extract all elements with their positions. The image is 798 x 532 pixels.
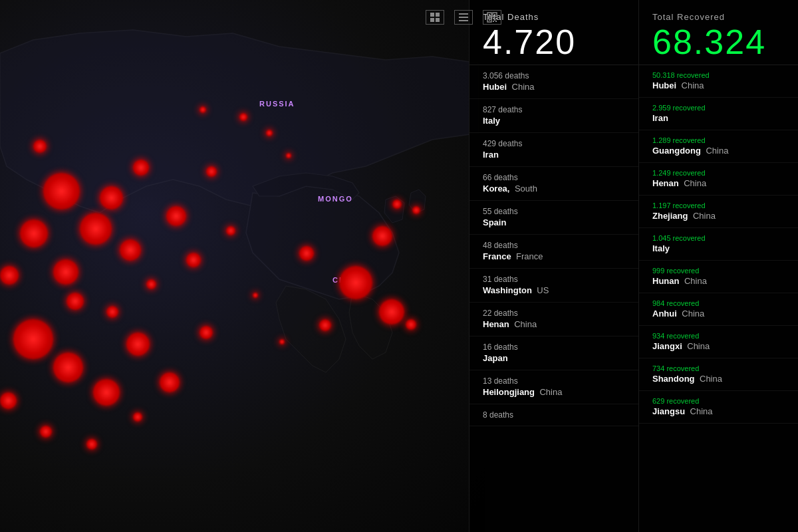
recovered-count: 1.289 recovered xyxy=(652,136,785,144)
death-location: France France xyxy=(483,250,625,262)
svg-rect-5 xyxy=(436,18,440,22)
recovered-location: Hubei China xyxy=(652,79,785,91)
recovered-list-item: 1.289 recovered Guangdong China xyxy=(639,130,798,163)
svg-rect-15 xyxy=(493,18,494,19)
outbreak-dot xyxy=(239,113,247,121)
map-container: RUSSIA MONGO CHINA xyxy=(0,0,485,532)
outbreak-dot xyxy=(120,239,141,261)
outbreak-dot xyxy=(93,379,120,406)
svg-rect-18 xyxy=(493,21,494,22)
death-count: 48 deaths xyxy=(483,241,625,250)
death-list-item: 66 deaths Korea, South xyxy=(469,167,638,201)
svg-rect-12 xyxy=(494,14,495,15)
list-icon[interactable] xyxy=(454,10,473,25)
recovered-list-item: 2.959 recovered Iran xyxy=(639,98,798,130)
deaths-title: Total Deaths xyxy=(483,12,625,22)
recovered-location: Jiangsu China xyxy=(652,405,785,417)
outbreak-dot xyxy=(412,206,420,214)
death-count: 429 deaths xyxy=(483,139,625,148)
recovered-location: Shandong China xyxy=(652,372,785,384)
death-count: 3.056 deaths xyxy=(483,71,625,80)
death-location: Washington US xyxy=(483,284,625,296)
svg-rect-4 xyxy=(430,18,434,22)
outbreak-dot xyxy=(160,372,180,392)
outbreak-dot xyxy=(253,293,258,298)
svg-rect-7 xyxy=(459,17,468,18)
death-count: 827 deaths xyxy=(483,105,625,114)
outbreak-dot xyxy=(206,166,217,177)
qr-icon[interactable] xyxy=(483,10,501,25)
outbreak-dot xyxy=(0,392,17,409)
recovered-list-item: 734 recovered Shandong China xyxy=(639,358,798,391)
outbreak-dot xyxy=(0,266,19,285)
recovered-count: 734 recovered xyxy=(652,364,785,372)
death-location: Korea, South xyxy=(483,182,625,194)
recovered-location: Italy xyxy=(652,242,785,254)
outbreak-dot xyxy=(166,206,186,226)
recovered-list-item: 934 recovered Jiangxi China xyxy=(639,326,798,358)
outbreak-dot xyxy=(66,293,84,310)
death-location: Henan China xyxy=(483,318,625,330)
recovered-count: 629 recovered xyxy=(652,397,785,405)
svg-rect-19 xyxy=(495,21,497,22)
recovered-count: 999 recovered xyxy=(652,267,785,275)
death-list-item: 8 deaths xyxy=(469,404,638,426)
death-location: Iran xyxy=(483,148,625,160)
svg-rect-10 xyxy=(489,14,490,15)
death-location: Spain xyxy=(483,216,625,228)
recovered-location: Iran xyxy=(652,112,785,124)
outbreak-dot xyxy=(100,186,123,209)
outbreak-dot xyxy=(319,319,331,331)
outbreak-dot xyxy=(20,219,48,247)
recovered-count: 1.045 recovered xyxy=(652,234,785,242)
death-count: 55 deaths xyxy=(483,207,625,216)
recovered-count: 984 recovered xyxy=(652,299,785,307)
outbreak-dot xyxy=(80,213,112,245)
recovered-count: 50.318 recovered xyxy=(652,71,785,79)
recovered-count: 1.197 recovered xyxy=(652,201,785,209)
outbreak-dot xyxy=(186,253,201,267)
death-list-item: 55 deaths Spain xyxy=(469,201,638,235)
death-list-item: 16 deaths Japan xyxy=(469,336,638,370)
recovered-header: Total Recovered 68.324 xyxy=(639,0,798,65)
recovered-location: Jiangxi China xyxy=(652,340,785,352)
recovered-list-item: 1.045 recovered Italy xyxy=(639,228,798,261)
death-list-item: 48 deaths France France xyxy=(469,235,638,269)
recovered-count: 1.249 recovered xyxy=(652,169,785,177)
death-count: 16 deaths xyxy=(483,342,625,352)
outbreak-dot xyxy=(13,319,53,359)
outbreak-dot xyxy=(133,160,149,176)
recovered-total: 68.324 xyxy=(652,25,785,59)
death-count: 22 deaths xyxy=(483,309,625,318)
recovered-list-item: 999 recovered Hunan China xyxy=(639,261,798,293)
outbreak-dot xyxy=(146,279,156,289)
death-count: 13 deaths xyxy=(483,376,625,386)
outbreak-dot xyxy=(53,259,78,285)
deaths-panel: Total Deaths 4.720 3.056 deaths Hubei Ch… xyxy=(469,0,638,532)
death-count: 8 deaths xyxy=(483,410,625,420)
recovered-location: Guangdong China xyxy=(652,144,785,156)
outbreak-dot xyxy=(286,153,291,158)
death-count: 31 deaths xyxy=(483,275,625,284)
recovered-list-item: 1.197 recovered Zhejiang China xyxy=(639,196,798,228)
death-location: Hubei China xyxy=(483,80,625,92)
outbreak-dot xyxy=(266,130,273,136)
grid-icon[interactable] xyxy=(426,10,444,25)
outbreak-dot xyxy=(379,299,404,325)
death-list-item: 13 deaths Heilongjiang China xyxy=(469,370,638,404)
outbreak-dot xyxy=(40,426,52,438)
outbreak-dot xyxy=(126,332,150,356)
outbreak-dot xyxy=(200,326,213,339)
recovered-count: 934 recovered xyxy=(652,332,785,340)
outbreak-dot xyxy=(86,439,97,450)
death-location: Heilongjiang China xyxy=(483,386,625,398)
outbreak-dot xyxy=(339,266,372,299)
recovered-list-item: 984 recovered Anhui China xyxy=(639,293,798,326)
death-list-item: 3.056 deaths Hubei China xyxy=(469,65,638,99)
deaths-list: 3.056 deaths Hubei China 827 deaths Ital… xyxy=(469,65,638,532)
outbreak-dot xyxy=(299,246,314,261)
recovered-title: Total Recovered xyxy=(652,12,785,22)
death-list-item: 22 deaths Henan China xyxy=(469,303,638,336)
outbreak-dot xyxy=(279,339,285,344)
icons-bar xyxy=(426,10,501,25)
